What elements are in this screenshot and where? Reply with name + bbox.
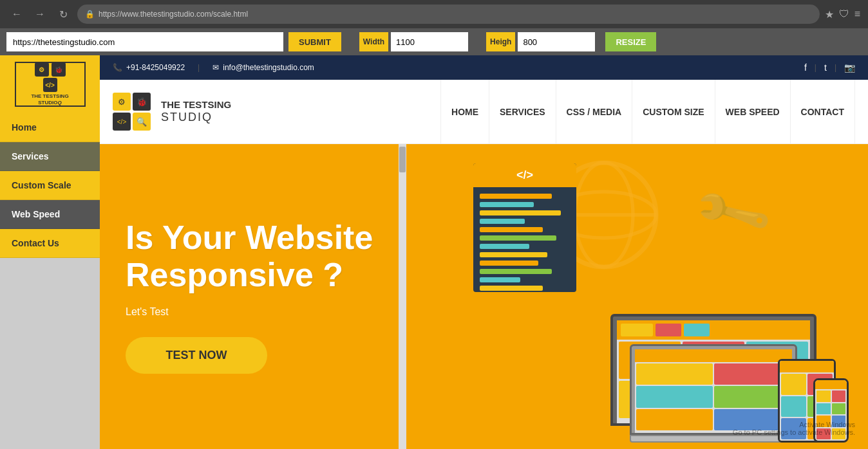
sidebar-item-custom[interactable]: Custom Scale <box>0 171 100 200</box>
menu-button[interactable]: ≡ <box>854 8 860 20</box>
code-line-8 <box>480 252 547 257</box>
divider-3: | <box>835 63 836 72</box>
test-now-button[interactable]: TEST NOW <box>126 337 267 374</box>
divider-1: | <box>198 63 200 72</box>
width-label: Width <box>359 32 388 51</box>
toolbar: SUBMIT Width Heigh RESIZE <box>0 28 868 55</box>
site-logo: ⚙ 🐞 </> 🔍 THE TESTSING STUDIQ <box>113 93 231 131</box>
sidebar-item-custom-label: Custom Scale <box>12 180 71 190</box>
mobile-logo-icons: ⚙ 🐞 <box>35 62 66 77</box>
logo-icons: ⚙ 🐞 </> 🔍 <box>113 93 151 131</box>
code-line-9 <box>480 261 538 266</box>
url-input[interactable] <box>6 32 283 51</box>
divider-2: | <box>815 63 816 72</box>
sidebar-item-services-label: Services <box>12 151 49 161</box>
hero-content: Is Your WebsiteResponsive ? Let's Test T… <box>100 144 399 449</box>
phone <box>813 378 849 443</box>
reload-button[interactable]: ↻ <box>54 5 72 23</box>
phone-number: +91-8425049922 <box>126 63 185 72</box>
code-line-6 <box>480 235 556 241</box>
security-icon: 🔒 <box>85 10 95 19</box>
forward-button[interactable]: → <box>31 5 49 23</box>
nav-css-media[interactable]: CSS / MEDIA <box>556 80 633 144</box>
logo-name: THE TESTSING <box>161 99 231 111</box>
website-main: 📞 +91-8425049922 | ✉ info@thetestingstud… <box>100 55 868 449</box>
width-group: Width <box>359 32 468 51</box>
facebook-icon[interactable]: f <box>804 62 807 73</box>
nav-links: HOME SERVICES CSS / MEDIA CUSTOM SIZE WE… <box>440 80 855 144</box>
nav-custom-size[interactable]: CUSTOM SIZE <box>632 80 715 144</box>
code-line-4 <box>480 219 525 224</box>
email-icon: ✉ <box>212 63 219 72</box>
hero-subtitle: Let's Test <box>126 306 373 318</box>
main-nav: ⚙ 🐞 </> 🔍 THE TESTSING STUDIQ HOME SERVI… <box>100 80 868 144</box>
instagram-icon[interactable]: 📷 <box>844 62 855 73</box>
code-line-12 <box>480 286 543 291</box>
nav-home[interactable]: HOME <box>440 80 489 144</box>
page-scrollbar[interactable] <box>399 144 406 449</box>
back-button[interactable]: ← <box>8 5 26 23</box>
height-input[interactable] <box>518 32 595 51</box>
logo-icon-bug: 🐞 <box>133 93 151 111</box>
hero-title: Is Your WebsiteResponsive ? <box>126 219 373 293</box>
sidebar-item-contact[interactable]: Contact Us <box>0 229 100 258</box>
laptop-screen <box>635 349 792 433</box>
code-lines <box>473 187 576 292</box>
laptop-base <box>630 435 797 443</box>
phone-info: 📞 +91-8425049922 <box>113 63 185 72</box>
sidebar-item-home-label: Home <box>12 122 37 133</box>
logo-icon-gear: ⚙ <box>113 93 131 111</box>
nav-web-speed[interactable]: WEB SPEED <box>715 80 791 144</box>
email-address: info@thetestingstudio.com <box>223 63 314 72</box>
sidebar-item-webspeed-label: Web Speed <box>12 209 60 219</box>
top-info-bar: 📞 +91-8425049922 | ✉ info@thetestingstud… <box>100 55 868 80</box>
logo-icon-code: </> <box>113 113 131 131</box>
mobile-logo-icon-2: 🐞 <box>52 62 66 77</box>
height-label: Heigh <box>486 32 515 51</box>
code-block: </> <box>473 163 576 292</box>
bookmark-button[interactable]: ★ <box>825 8 834 21</box>
phone-icon: 📞 <box>113 63 122 72</box>
scrollbar-thumb[interactable] <box>399 147 406 172</box>
sidebar-item-contact-label: Contact Us <box>12 238 59 248</box>
twitter-icon[interactable]: t <box>824 62 827 73</box>
mobile-logo-text: THE TESTSINGSTUDIOQ <box>31 93 68 105</box>
shield-button[interactable]: 🛡 <box>839 8 849 20</box>
mobile-logo: ⚙ 🐞 </> THE TESTSINGSTUDIOQ <box>0 55 100 113</box>
resize-button[interactable]: RESIZE <box>605 32 656 51</box>
mobile-logo-inner: ⚙ 🐞 </> THE TESTSINGSTUDIOQ <box>15 62 86 107</box>
mobile-logo-icon-3: </> <box>43 78 57 92</box>
laptop-screen-frame <box>630 344 797 435</box>
logo-text-group: THE TESTSING STUDIQ <box>161 99 231 124</box>
code-line-7 <box>480 244 529 249</box>
sidebar-item-home[interactable]: Home <box>0 113 100 142</box>
code-line-1 <box>480 194 552 199</box>
logo-icon-search: 🔍 <box>133 113 151 131</box>
hero-section: 🔧 Is Your WebsiteResponsive ? Let's Test… <box>100 144 868 449</box>
code-line-10 <box>480 269 552 274</box>
logo-studio: STUDIQ <box>161 111 231 124</box>
wrench-decoration: 🔧 <box>690 170 776 255</box>
submit-button[interactable]: SUBMIT <box>288 32 341 51</box>
social-links: f | t | 📷 <box>804 62 855 73</box>
nav-contact[interactable]: CONTACT <box>791 80 855 144</box>
sidebar-item-webspeed[interactable]: Web Speed <box>0 200 100 229</box>
sidebar-item-services[interactable]: Services <box>0 142 100 171</box>
code-line-3 <box>480 210 561 215</box>
website-wrapper: ⚙ 🐞 </> THE TESTSINGSTUDIOQ Home Service… <box>0 55 868 449</box>
mobile-logo-icons-2: </> <box>43 78 57 92</box>
mobile-sidebar: ⚙ 🐞 </> THE TESTSINGSTUDIOQ Home Service… <box>0 55 100 449</box>
laptop <box>630 344 797 443</box>
nav-services[interactable]: SERVICES <box>489 80 556 144</box>
address-text: https://www.thetestingstudio.com/scale.h… <box>99 10 248 19</box>
code-line-11 <box>480 277 520 282</box>
code-tag: </> <box>473 163 576 187</box>
browser-chrome: ← → ↻ 🔒 https://www.thetestingstudio.com… <box>0 0 868 28</box>
code-line-5 <box>480 227 543 232</box>
width-input[interactable] <box>391 32 468 51</box>
address-bar: 🔒 https://www.thetestingstudio.com/scale… <box>77 5 820 24</box>
code-line-2 <box>480 202 534 207</box>
mobile-logo-icon-1: ⚙ <box>35 62 49 77</box>
phone-screen <box>815 380 847 441</box>
height-group: Heigh <box>486 32 595 51</box>
